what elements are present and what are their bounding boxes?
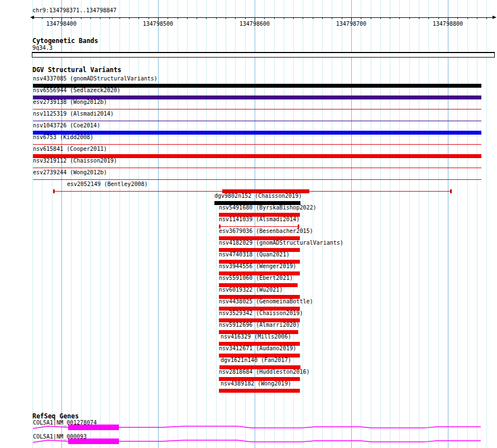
ruler-tick-label: 134798600: [235, 21, 274, 27]
cytoband-band[interactable]: [32, 52, 495, 58]
variant-bar[interactable]: [33, 131, 481, 135]
gene-exon-block[interactable]: [68, 439, 119, 444]
minor-gridline: [332, 0, 332, 448]
ruler-tick: [120, 17, 120, 19]
variant-line[interactable]: [33, 109, 481, 109]
variant-label[interactable]: nsv1141039 (Alsmadi2014): [219, 216, 300, 222]
variant-label[interactable]: dgv1621n140 (Fan2017): [221, 357, 291, 363]
ruler-tick: [168, 17, 168, 19]
minor-gridline: [428, 0, 429, 448]
variant-label[interactable]: nsv3219112 (Chaisson2019): [33, 158, 117, 164]
variant-line[interactable]: [33, 144, 481, 145]
minor-gridline: [178, 0, 178, 448]
minor-gridline: [467, 0, 468, 448]
ruler-tick: [206, 17, 207, 19]
ruler-axis: [34, 17, 493, 18]
ruler-tick: [293, 17, 294, 19]
gene-glyph[interactable]: [0, 437, 497, 446]
ruler-tick: [100, 17, 101, 19]
ruler-tick: [109, 17, 110, 19]
variant-end-cap[interactable]: [450, 189, 452, 193]
genome-browser-canvas: chr9:134798371..134798847 13479840013479…: [0, 0, 497, 448]
ruler-tick: [457, 17, 458, 19]
major-gridline: [158, 0, 159, 448]
minor-gridline: [342, 0, 342, 448]
ruler-tick-label: 134798800: [428, 21, 467, 27]
ruler-tick: [187, 17, 188, 19]
variant-label[interactable]: nsv615841 (Cooper2011): [33, 146, 107, 152]
ruler-tick: [52, 17, 52, 19]
minor-gridline: [361, 0, 361, 448]
variant-label[interactable]: dgv9802n152 (Chaisson2019): [214, 193, 302, 199]
minor-gridline: [399, 0, 400, 448]
variant-label[interactable]: nsv3944556 (Wenger2019): [219, 263, 296, 269]
minor-gridline: [168, 0, 168, 448]
variant-label[interactable]: esv2739138 (Wong2012b): [33, 99, 107, 105]
variant-bar[interactable]: [219, 389, 300, 393]
variant-label[interactable]: nsv2818684 (Huddleston2016): [219, 369, 310, 375]
ruler-tick: [264, 17, 265, 19]
gene-glyph[interactable]: [0, 423, 497, 432]
variant-label[interactable]: nsv416329 (Mills2006): [221, 333, 291, 340]
ruler-tick: [32, 17, 33, 19]
variant-label[interactable]: esv3679036 (Besenbacher2015): [219, 228, 313, 234]
variant-label[interactable]: nsv1043726 (Coe2014): [33, 122, 100, 128]
ruler-tick: [428, 17, 429, 19]
ruler-tick: [235, 17, 236, 19]
minor-gridline: [129, 0, 130, 448]
ruler-tick: [477, 17, 477, 19]
variant-label[interactable]: nsv4438025 (GenomeinaBottle): [219, 298, 313, 304]
ruler-tick: [178, 17, 178, 19]
ruler-tick: [380, 17, 381, 19]
region-label: chr9:134798371..134798847: [32, 7, 117, 13]
minor-gridline: [477, 0, 477, 448]
ruler-tick: [332, 17, 332, 19]
major-gridline: [351, 0, 352, 448]
variant-label[interactable]: esv2052149 (Bentley2008): [67, 181, 148, 187]
minor-gridline: [216, 0, 217, 448]
minor-gridline: [313, 0, 313, 448]
variant-line[interactable]: [33, 168, 481, 168]
variant-label[interactable]: nsv4337085 (gnomADStructuralVariants): [33, 75, 157, 82]
variant-label[interactable]: esv2739244 (Wong2012b): [33, 169, 107, 175]
cytoband-name[interactable]: 9q34.3: [32, 45, 52, 51]
variant-label[interactable]: nsv6753 (Kidd2008): [33, 134, 93, 140]
ruler-tick: [274, 17, 275, 19]
variant-line[interactable]: [219, 226, 299, 227]
minor-gridline: [457, 0, 458, 448]
variant-label[interactable]: nsv6019322 (Wu2021): [219, 287, 283, 293]
variant-label[interactable]: nsv5912696 (Almarri2020): [219, 322, 300, 328]
variant-label[interactable]: nsv4182029 (gnomADStructuralVariants): [219, 240, 343, 246]
variant-line[interactable]: [33, 121, 481, 121]
variant-label[interactable]: nsv1125319 (Alsmadi2014): [33, 111, 114, 117]
variant-label[interactable]: nsv3412671 (Audano2019): [219, 345, 296, 351]
variant-label[interactable]: nsv5491680 (ByrskaBishop2022): [219, 204, 317, 211]
ruler-tick: [419, 17, 419, 19]
ruler-tick: [313, 17, 313, 19]
minor-gridline: [187, 0, 188, 448]
ruler-tick: [226, 17, 226, 19]
ruler-tick: [284, 17, 284, 19]
variant-label[interactable]: nsv3529342 (Chaisson2019): [219, 310, 303, 316]
ruler-tick: [390, 17, 390, 19]
variant-label[interactable]: nsv5591060 (Ebert2021): [219, 275, 293, 281]
minor-gridline: [149, 0, 149, 448]
variant-label[interactable]: nsv4740318 (Quan2021): [219, 251, 289, 258]
gene-exon-block[interactable]: [68, 425, 119, 430]
variant-start-cap[interactable]: [53, 189, 55, 193]
ruler-tick: [149, 17, 149, 19]
ruler-tick: [71, 17, 71, 19]
variant-label[interactable]: nsv4389182 (Wong2019): [221, 380, 291, 387]
variant-label[interactable]: nsv6556944 (Sedlazeck2020): [33, 87, 121, 93]
ruler-tick: [486, 17, 487, 19]
variant-line[interactable]: [33, 179, 481, 180]
ruler-tick: [129, 17, 130, 19]
minor-gridline: [371, 0, 371, 448]
ruler-tick: [371, 17, 371, 19]
minor-gridline: [322, 0, 323, 448]
ruler-tick: [342, 17, 342, 19]
minor-gridline: [380, 0, 381, 448]
ruler-tick: [438, 17, 439, 19]
ruler-tick: [216, 17, 217, 19]
ruler-tick: [409, 17, 410, 19]
